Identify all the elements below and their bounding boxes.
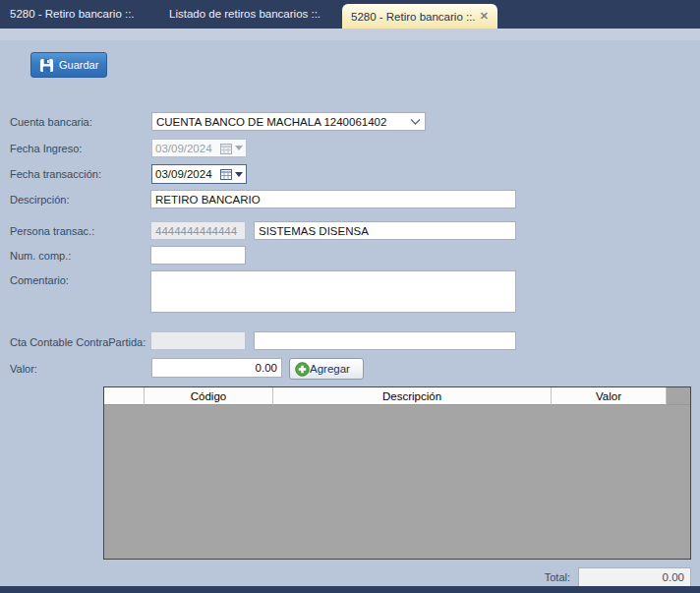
grid-header-row: Código Descripción Valor (104, 387, 690, 405)
calendar-icon (220, 143, 232, 154)
col-indicator-header (104, 387, 145, 405)
comentario-label: Comentario: (10, 274, 69, 286)
cuenta-bancaria-select[interactable]: CUENTA BANCO DE MACHALA 1240061402 (151, 112, 426, 131)
valor-label: Valor: (10, 363, 37, 375)
cta-contable-descripcion-input[interactable] (254, 331, 516, 350)
num-comp-input[interactable] (150, 246, 246, 265)
chevron-down-icon (410, 119, 421, 125)
active-tab-label: 5280 - Retiro bancario ::. (351, 11, 476, 23)
cta-contable-label: Cta Contable ContraPartida: (10, 336, 146, 348)
cuenta-bancaria-label: Cuenta bancaria: (10, 116, 92, 128)
grid-body (104, 405, 690, 560)
agregar-button-label: Agregar (310, 363, 350, 375)
dropdown-arrow-icon (235, 146, 243, 150)
grid-header-filler (667, 387, 690, 405)
fecha-ingreso-label: Fecha Ingreso: (10, 143, 82, 154)
cta-contable-codigo-field (150, 331, 246, 350)
valor-input[interactable] (151, 358, 282, 378)
bottom-status-bar (0, 586, 700, 593)
fecha-transaccion-label: Fecha transacción: (10, 168, 101, 180)
tab-bar: 5280 - Retiro bancario ::. Listado de re… (0, 0, 700, 29)
save-icon (39, 58, 54, 73)
persona-id-field (150, 221, 246, 240)
detail-grid: Código Descripción Valor (103, 386, 691, 560)
save-button[interactable]: Guardar (30, 52, 107, 78)
close-tab-icon[interactable]: ✕ (480, 11, 489, 22)
dropdown-arrow-icon[interactable] (235, 172, 243, 177)
col-descripcion-header[interactable]: Descripción (273, 387, 552, 405)
save-button-label: Guardar (59, 59, 98, 71)
col-valor-header[interactable]: Valor (552, 387, 667, 405)
calendar-icon[interactable] (220, 168, 232, 180)
tab-retiro-bancario-active[interactable]: 5280 - Retiro bancario ::. ✕ (342, 4, 497, 29)
comentario-textarea[interactable] (150, 270, 516, 313)
tab-listado-retiros[interactable]: Listado de retiros bancarios ::. (169, 0, 321, 29)
fecha-ingreso-field: 03/09/2024 (151, 139, 247, 157)
total-label: Total: (496, 571, 570, 583)
plus-icon (295, 362, 310, 377)
descripcion-label: Descirpción: (10, 194, 70, 206)
app-window: 5280 - Retiro bancario ::. Listado de re… (0, 0, 700, 593)
total-field (578, 567, 691, 587)
persona-nombre-input[interactable] (254, 221, 516, 240)
num-comp-label: Num. comp.: (10, 250, 71, 262)
cuenta-bancaria-value: CUENTA BANCO DE MACHALA 1240061402 (156, 116, 410, 128)
descripcion-input[interactable] (150, 190, 516, 208)
agregar-button[interactable]: Agregar (289, 358, 364, 380)
fecha-ingreso-value: 03/09/2024 (155, 143, 212, 154)
fecha-transaccion-value: 03/09/2024 (155, 168, 212, 180)
fecha-transaccion-field[interactable]: 03/09/2024 (151, 164, 247, 184)
col-codigo-header[interactable]: Código (145, 387, 273, 405)
toolbar-strip (0, 29, 700, 40)
tab-retiro-bancario-1[interactable]: 5280 - Retiro bancario ::. (10, 0, 135, 29)
persona-transac-label: Persona transac.: (10, 225, 94, 237)
